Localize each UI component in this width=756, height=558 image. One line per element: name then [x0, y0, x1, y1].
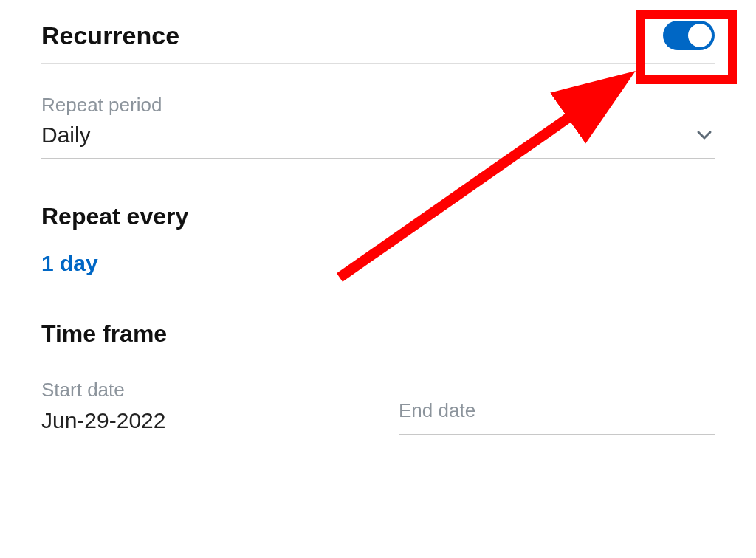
repeat-period-label: Repeat period: [41, 94, 715, 117]
end-date-input[interactable]: End date: [399, 398, 715, 435]
end-date-label: End date: [399, 399, 475, 422]
time-frame-dates: Start date Jun-29-2022 End date: [41, 379, 715, 444]
time-frame-heading: Time frame: [41, 320, 715, 348]
chevron-down-icon: [694, 125, 715, 145]
start-date-input[interactable]: Jun-29-2022: [41, 407, 357, 444]
end-date-field: End date: [399, 379, 715, 444]
recurrence-title: Recurrence: [41, 21, 179, 50]
repeat-period-field: Repeat period Daily: [41, 94, 715, 159]
start-date-value: Jun-29-2022: [41, 408, 165, 433]
recurrence-toggle[interactable]: [663, 21, 715, 50]
toggle-knob: [688, 24, 712, 47]
repeat-every-heading: Repeat every: [41, 203, 715, 230]
repeat-period-select[interactable]: Daily: [41, 123, 715, 159]
repeat-every-value[interactable]: 1 day: [41, 251, 98, 276]
repeat-period-value: Daily: [41, 123, 91, 148]
recurrence-header: Recurrence: [41, 21, 715, 64]
start-date-field: Start date Jun-29-2022: [41, 379, 357, 444]
start-date-label: Start date: [41, 379, 357, 402]
